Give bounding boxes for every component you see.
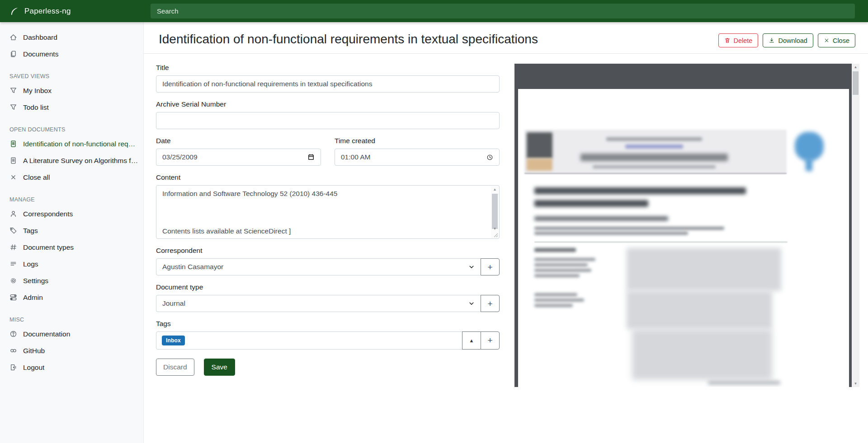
brand[interactable]: Paperless-ng	[0, 6, 144, 16]
logout-icon	[9, 364, 17, 371]
add-tag-button[interactable]: +	[481, 331, 500, 350]
document-type-label: Document type	[156, 283, 500, 291]
question-circle-icon	[9, 330, 17, 338]
time-input[interactable]: 01:00 AM	[335, 149, 500, 166]
sidebar-item-logout[interactable]: Logout	[0, 359, 143, 376]
sidebar-item-github[interactable]: GitHub	[0, 342, 143, 359]
close-button[interactable]: Close	[818, 33, 855, 47]
preview-article-title-line	[534, 200, 648, 207]
top-navbar: Paperless-ng	[0, 0, 868, 22]
tags-label: Tags	[156, 320, 500, 328]
resize-grip-icon[interactable]	[493, 233, 498, 238]
content-body: Title Archive Serial Number Date 03/25/2…	[144, 54, 868, 387]
calendar-icon	[307, 154, 315, 161]
preview-abstract-block	[632, 329, 772, 380]
preview-authors-line	[534, 216, 668, 221]
sidebar-item-settings[interactable]: Settings	[0, 272, 143, 289]
scroll-up-icon[interactable]: ▲	[491, 186, 499, 193]
collapse-tags-button[interactable]: ▲	[462, 331, 481, 350]
title-input[interactable]	[156, 75, 500, 93]
preview-info-line	[534, 274, 580, 277]
discard-button[interactable]: Discard	[156, 359, 194, 376]
preview-publisher-logo-trunk	[806, 158, 812, 171]
sidebar-item-admin[interactable]: Admin	[0, 289, 143, 306]
preview-journal-title	[580, 154, 728, 161]
leaf-logo-icon	[9, 6, 19, 16]
preview-article-title-line	[534, 187, 746, 194]
preview-divider	[534, 242, 788, 242]
sidebar-item-document-types[interactable]: Document types	[0, 239, 143, 256]
filter-icon	[9, 103, 17, 111]
gear-icon	[9, 277, 17, 284]
sidebar-item-correspondents[interactable]: Correspondents	[0, 205, 143, 222]
add-document-type-button[interactable]: +	[481, 295, 500, 312]
chevron-down-icon	[468, 300, 475, 307]
date-label: Date	[156, 137, 321, 145]
document-header: Identification of non-functional require…	[144, 22, 868, 54]
tags-input[interactable]: Inbox	[156, 331, 462, 350]
tag-badge-inbox[interactable]: Inbox	[162, 336, 185, 345]
search-input[interactable]	[151, 4, 855, 19]
main-content: Identification of non-functional require…	[144, 0, 868, 387]
correspondent-select[interactable]: Agustin Casamayor	[156, 258, 481, 275]
time-created-label: Time created	[335, 137, 500, 145]
preview-publisher-logo	[795, 132, 824, 161]
preview-info-line	[534, 304, 573, 307]
asn-label: Archive Serial Number	[156, 100, 500, 108]
scroll-down-icon[interactable]: ▼	[852, 380, 859, 387]
link-icon	[9, 347, 17, 354]
preview-scrollbar[interactable]: ▲ ▼	[852, 64, 859, 387]
delete-button[interactable]: Delete	[718, 33, 759, 47]
trash-icon	[724, 37, 731, 44]
sidebar-item-logs[interactable]: Logs	[0, 256, 143, 272]
content-scrollbar[interactable]: ▲ ▼	[491, 186, 499, 238]
tag-icon	[9, 227, 17, 234]
scroll-thumb[interactable]	[853, 71, 859, 95]
preview-affiliation-line	[534, 227, 724, 230]
toggles-icon	[9, 294, 17, 301]
sidebar-open-doc-1[interactable]: Identification of non-functional require…	[0, 135, 143, 152]
preview-masthead-line	[593, 165, 716, 168]
scroll-down-icon[interactable]: ▼	[491, 225, 499, 232]
sidebar-open-doc-2[interactable]: A Literature Survey on Algorithms for Mu…	[0, 152, 143, 169]
asn-input[interactable]	[156, 112, 500, 129]
content-label: Content	[156, 173, 500, 182]
preview-affiliation-line	[534, 232, 688, 235]
sidebar-item-dashboard[interactable]: Dashboard	[0, 29, 143, 46]
date-input[interactable]: 03/25/2009	[156, 149, 321, 166]
preview-info-line	[534, 258, 595, 261]
person-icon	[9, 210, 17, 218]
sidebar-section-saved-views: SAVED VIEWS	[0, 73, 143, 82]
preview-journal-cover	[527, 132, 552, 159]
content-textarea[interactable]: Information and Software Technology 52 (…	[156, 185, 500, 239]
page-title: Identification of non-functional require…	[159, 32, 538, 47]
sidebar-item-documentation[interactable]: Documentation	[0, 326, 143, 342]
add-correspondent-button[interactable]: +	[481, 258, 500, 275]
scroll-thumb[interactable]	[492, 194, 498, 229]
download-icon	[769, 37, 775, 44]
preview-abstract-block	[627, 291, 772, 329]
form-actions: Discard Save	[156, 359, 500, 376]
pdf-page	[518, 89, 849, 387]
preview-abstract-block	[627, 248, 781, 291]
hash-icon	[9, 243, 17, 251]
brand-name: Paperless-ng	[24, 7, 71, 16]
document-type-select[interactable]: Journal	[156, 295, 481, 312]
documents-icon	[9, 50, 17, 58]
sidebar-item-my-inbox[interactable]: My Inbox	[0, 82, 143, 99]
sidebar-item-todo-list[interactable]: Todo list	[0, 99, 143, 116]
pdf-preview-pane: ▲ ▼	[514, 64, 859, 387]
clock-icon	[486, 154, 493, 161]
sidebar-item-tags[interactable]: Tags	[0, 222, 143, 239]
preview-info-heading	[534, 248, 576, 252]
sidebar-item-documents[interactable]: Documents	[0, 46, 143, 62]
preview-masthead-line	[625, 145, 683, 149]
download-button[interactable]: Download	[763, 33, 813, 47]
preview-footer-line	[708, 381, 780, 385]
sidebar-item-close-all[interactable]: Close all	[0, 169, 143, 186]
chevron-down-icon	[468, 264, 475, 270]
save-button[interactable]: Save	[204, 359, 235, 376]
sidebar-section-misc: MISC	[0, 317, 143, 326]
search-bar	[144, 4, 868, 19]
scroll-up-icon[interactable]: ▲	[852, 64, 859, 70]
